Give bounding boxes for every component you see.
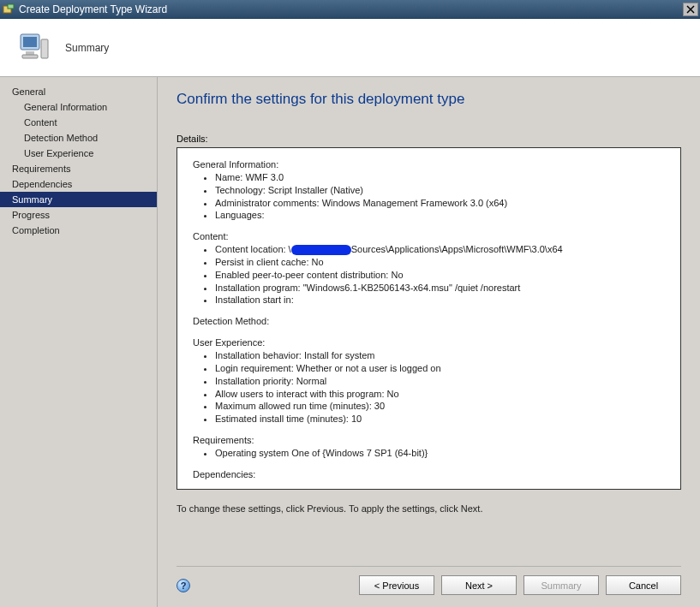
ue-interact: Allow users to interact with this progra… bbox=[215, 388, 665, 401]
content-p2p: Enabled peer-to-peer content distributio… bbox=[215, 269, 665, 282]
sidebar-item-completion[interactable]: Completion bbox=[0, 223, 157, 238]
details-label: Details: bbox=[176, 134, 681, 144]
page-title: Confirm the settings for this deployment… bbox=[176, 91, 681, 108]
app-icon bbox=[2, 3, 15, 16]
close-button[interactable] bbox=[683, 3, 698, 16]
user-exp-title: User Experience: bbox=[193, 336, 665, 349]
content-title: Content: bbox=[193, 230, 665, 243]
computer-icon bbox=[17, 31, 51, 65]
sidebar-item-content[interactable]: Content bbox=[0, 115, 157, 130]
wizard-sidebar: GeneralGeneral InformationContentDetecti… bbox=[0, 77, 158, 607]
content-location: Content location: \Sources\Applications\… bbox=[215, 243, 665, 256]
wizard-main: Confirm the settings for this deployment… bbox=[158, 77, 700, 607]
sidebar-item-detection-method[interactable]: Detection Method bbox=[0, 130, 157, 146]
summary-button[interactable]: Summary bbox=[524, 575, 599, 595]
titlebar: Create Deployment Type Wizard bbox=[0, 0, 700, 19]
cancel-button[interactable]: Cancel bbox=[606, 575, 681, 595]
content-start-in: Installation start in: bbox=[215, 294, 665, 306]
wizard-footer: ? < Previous Next > Summary Cancel bbox=[176, 566, 681, 595]
ue-login: Login requirement: Whether or not a user… bbox=[215, 362, 665, 375]
hint-text: To change these settings, click Previous… bbox=[176, 503, 681, 514]
window-title: Create Deployment Type Wizard bbox=[19, 3, 683, 15]
content-persist: Persist in client cache: No bbox=[215, 256, 665, 269]
redacted-server bbox=[291, 245, 351, 255]
sidebar-item-general[interactable]: General bbox=[0, 84, 157, 99]
next-button[interactable]: Next > bbox=[441, 575, 517, 595]
sidebar-item-general-information[interactable]: General Information bbox=[0, 99, 157, 115]
gi-name: Name: WMF 3.0 bbox=[215, 171, 665, 184]
general-info-title: General Information: bbox=[193, 158, 665, 171]
svg-rect-3 bbox=[23, 37, 37, 47]
gi-technology: Technology: Script Installer (Native) bbox=[215, 184, 665, 197]
sidebar-item-requirements[interactable]: Requirements bbox=[0, 161, 157, 176]
detection-title: Detection Method: bbox=[193, 315, 665, 328]
dependencies-title: Dependencies: bbox=[193, 468, 665, 481]
req-os: Operating system One of {Windows 7 SP1 (… bbox=[215, 447, 665, 460]
sidebar-item-dependencies[interactable]: Dependencies bbox=[0, 176, 157, 192]
requirements-title: Requirements: bbox=[193, 434, 665, 447]
ue-est-install: Estimated install time (minutes): 10 bbox=[215, 413, 665, 425]
ue-max-run: Maximum allowed run time (minutes): 30 bbox=[215, 400, 665, 413]
previous-button[interactable]: < Previous bbox=[359, 575, 434, 595]
wizard-header: Summary bbox=[0, 19, 700, 77]
svg-rect-5 bbox=[26, 51, 34, 55]
details-box: General Information: Name: WMF 3.0 Techn… bbox=[176, 147, 681, 490]
svg-rect-6 bbox=[22, 55, 38, 58]
sidebar-item-progress[interactable]: Progress bbox=[0, 207, 157, 223]
svg-rect-4 bbox=[41, 39, 48, 58]
sidebar-item-summary[interactable]: Summary bbox=[0, 192, 157, 207]
sidebar-item-user-experience[interactable]: User Experience bbox=[0, 146, 157, 161]
ue-priority: Installation priority: Normal bbox=[215, 375, 665, 388]
help-icon[interactable]: ? bbox=[176, 579, 190, 592]
content-install-prog: Installation program: "Windows6.1-KB2506… bbox=[215, 282, 665, 295]
step-heading: Summary bbox=[65, 42, 109, 54]
gi-languages: Languages: bbox=[215, 209, 665, 222]
gi-admin-comments: Administrator comments: Windows Manageme… bbox=[215, 197, 665, 210]
wizard-body: GeneralGeneral InformationContentDetecti… bbox=[0, 77, 700, 607]
ue-behavior: Installation behavior: Install for syste… bbox=[215, 349, 665, 362]
svg-rect-1 bbox=[8, 4, 14, 9]
